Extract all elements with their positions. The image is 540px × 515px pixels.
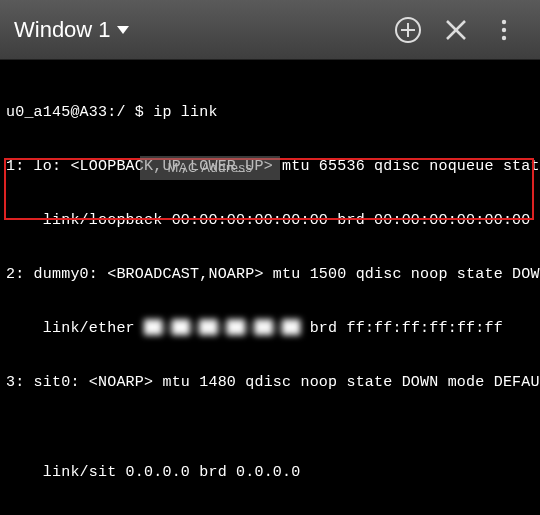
chevron-down-icon [117, 26, 129, 34]
window-title: Window 1 [14, 17, 111, 43]
titlebar: Window 1 [0, 0, 540, 60]
output-line: 1: lo: <LOOPBACK,UP,LOWER_UP> mtu 65536 … [6, 158, 534, 176]
menu-button[interactable] [482, 8, 526, 52]
plus-circle-icon [393, 15, 423, 45]
output-line: link/ether ██:██:██:██:██:██ brd ff:ff:f… [6, 320, 534, 338]
add-button[interactable] [386, 8, 430, 52]
svg-point-6 [502, 27, 506, 31]
ether-suffix: brd ff:ff:ff:ff:ff:ff [300, 320, 502, 337]
prompt-line: u0_a145@A33:/ $ ip link [6, 104, 534, 122]
close-button[interactable] [434, 8, 478, 52]
mac-address-blurred: ██:██:██:██:██:██ [144, 320, 300, 338]
svg-point-7 [502, 35, 506, 39]
output-line: link/loopback 00:00:00:00:00:00 brd 00:0… [6, 212, 534, 230]
prompt-user: u0_a145@A33:/ $ [6, 104, 153, 121]
output-line: 3: sit0: <NOARP> mtu 1480 qdisc noop sta… [6, 374, 534, 392]
ether-prefix: link/ether [6, 320, 144, 337]
more-vertical-icon [492, 18, 516, 42]
close-icon [443, 17, 469, 43]
window-selector[interactable]: Window 1 [14, 17, 382, 43]
terminal-output[interactable]: u0_a145@A33:/ $ ip link 1: lo: <LOOPBACK… [0, 60, 540, 515]
output-line: 2: dummy0: <BROADCAST,NOARP> mtu 1500 qd… [6, 266, 534, 284]
prompt-command: ip link [153, 104, 217, 121]
svg-point-5 [502, 19, 506, 23]
output-line: link/sit 0.0.0.0 brd 0.0.0.0 [6, 464, 534, 482]
